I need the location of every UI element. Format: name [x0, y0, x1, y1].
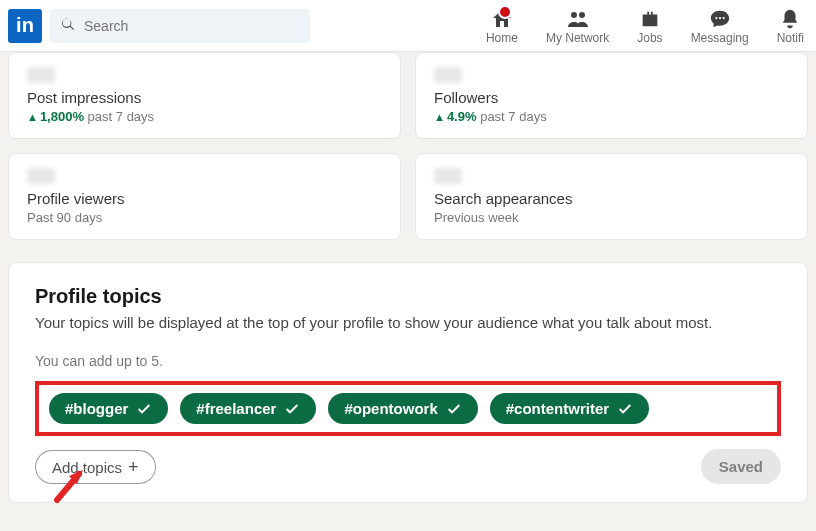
section-title: Profile topics — [35, 285, 781, 308]
search-box[interactable] — [50, 9, 310, 43]
stat-title: Search appearances — [434, 190, 789, 207]
nav: Home My Network Jobs Messaging Notifi — [486, 7, 808, 45]
stat-subtitle: ▲1,800% past 7 days — [27, 109, 382, 124]
annotation-arrow-icon — [49, 456, 97, 508]
search-icon — [60, 16, 76, 36]
topics-limit-text: You can add up to 5. — [35, 353, 781, 369]
topic-pill-opentowork[interactable]: #opentowork — [328, 393, 477, 424]
plus-icon: + — [128, 458, 139, 476]
stats-row-1: Post impressions ▲1,800% past 7 days Fol… — [8, 52, 808, 139]
stat-card-impressions[interactable]: Post impressions ▲1,800% past 7 days — [8, 52, 401, 139]
check-icon — [617, 401, 633, 417]
nav-network[interactable]: My Network — [546, 7, 609, 45]
nav-jobs[interactable]: Jobs — [637, 7, 662, 45]
bell-icon — [779, 7, 801, 31]
stat-title: Followers — [434, 89, 789, 106]
svg-point-3 — [719, 16, 721, 18]
nav-label: Notifi — [777, 31, 804, 45]
svg-point-0 — [571, 12, 577, 18]
nav-label: Messaging — [691, 31, 749, 45]
linkedin-logo[interactable]: in — [8, 9, 42, 43]
svg-point-4 — [722, 16, 724, 18]
nav-messaging[interactable]: Messaging — [691, 7, 749, 45]
blurred-value — [434, 168, 462, 184]
topic-pill-freelancer[interactable]: #freelancer — [180, 393, 316, 424]
saved-button: Saved — [701, 449, 781, 484]
section-description: Your topics will be displayed at the top… — [35, 314, 781, 331]
nav-home[interactable]: Home — [486, 7, 518, 45]
nav-label: My Network — [546, 31, 609, 45]
chat-icon — [709, 7, 731, 31]
up-arrow-icon: ▲ — [27, 111, 38, 123]
svg-point-2 — [715, 16, 717, 18]
blurred-value — [434, 67, 462, 83]
check-icon — [136, 401, 152, 417]
stat-subtitle: Previous week — [434, 210, 789, 225]
topic-pill-blogger[interactable]: #blogger — [49, 393, 168, 424]
notification-dot — [498, 5, 512, 19]
people-icon — [566, 7, 590, 31]
check-icon — [284, 401, 300, 417]
stat-card-profile-viewers[interactable]: Profile viewers Past 90 days — [8, 153, 401, 240]
blurred-value — [27, 67, 55, 83]
stats-row-2: Profile viewers Past 90 days Search appe… — [8, 153, 808, 240]
blurred-value — [27, 168, 55, 184]
nav-notifications[interactable]: Notifi — [777, 7, 804, 45]
content: Post impressions ▲1,800% past 7 days Fol… — [0, 52, 816, 503]
profile-topics-card: Profile topics Your topics will be displ… — [8, 262, 808, 503]
briefcase-icon — [639, 7, 661, 31]
stat-subtitle: Past 90 days — [27, 210, 382, 225]
search-input[interactable] — [84, 18, 300, 34]
global-header: in Home My Network Jobs — [0, 0, 816, 52]
stat-subtitle: ▲4.9% past 7 days — [434, 109, 789, 124]
nav-label: Home — [486, 31, 518, 45]
stat-card-search-appearances[interactable]: Search appearances Previous week — [415, 153, 808, 240]
stat-card-followers[interactable]: Followers ▲4.9% past 7 days — [415, 52, 808, 139]
topic-pill-contentwriter[interactable]: #contentwriter — [490, 393, 649, 424]
stat-title: Profile viewers — [27, 190, 382, 207]
svg-point-1 — [579, 12, 585, 18]
highlight-box: #blogger #freelancer #opentowork #conten… — [35, 381, 781, 436]
check-icon — [446, 401, 462, 417]
nav-label: Jobs — [637, 31, 662, 45]
stat-title: Post impressions — [27, 89, 382, 106]
up-arrow-icon: ▲ — [434, 111, 445, 123]
